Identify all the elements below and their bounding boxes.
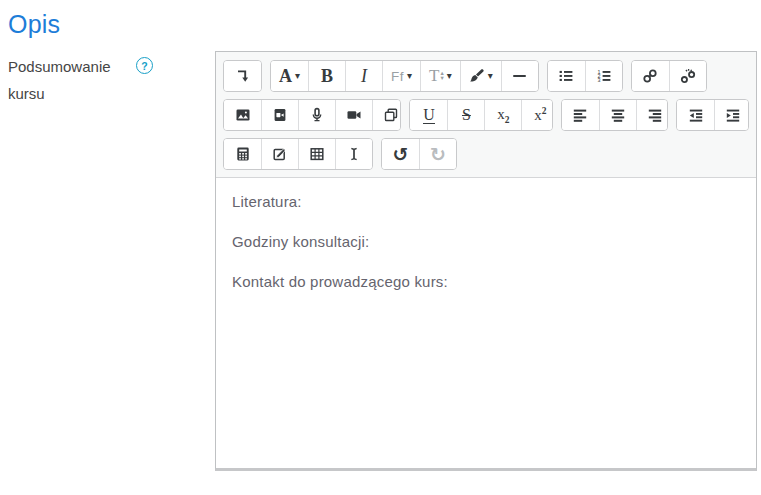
editor-toolbar: A ▾ B I Ff ▾ T xyxy=(216,52,756,177)
insert-media-button[interactable] xyxy=(261,100,298,130)
insert-group xyxy=(223,138,373,170)
font-size-letter: T xyxy=(429,66,439,86)
chevron-down-icon: ▾ xyxy=(447,71,452,81)
bullet-list-icon xyxy=(558,68,574,84)
unordered-list-button[interactable] xyxy=(548,61,585,91)
paintbrush-icon xyxy=(469,68,485,84)
video-camera-icon xyxy=(346,107,362,123)
unlink-icon xyxy=(680,68,696,84)
help-icon[interactable]: ? xyxy=(136,57,153,74)
history-group: ↺ ↻ xyxy=(381,138,457,170)
text-cursor-icon xyxy=(346,146,362,162)
page-title: Opis xyxy=(8,10,761,39)
record-video-button[interactable] xyxy=(335,100,372,130)
indent-icon xyxy=(725,107,741,123)
collapse-toolbar-button[interactable] xyxy=(224,61,261,91)
align-center-button[interactable] xyxy=(599,100,636,130)
horizontal-rule-icon xyxy=(513,75,526,78)
align-right-icon xyxy=(647,107,663,123)
link-icon xyxy=(642,68,658,84)
strikethrough-letter: S xyxy=(462,106,471,124)
undo-icon: ↺ xyxy=(393,145,409,164)
toolbar-row-2: U S x2 x2 xyxy=(223,99,749,131)
italic-button[interactable]: I xyxy=(345,61,382,91)
text-style-group: U S x2 x2 xyxy=(409,99,552,131)
redo-button[interactable]: ↻ xyxy=(419,139,456,169)
svg-text:3: 3 xyxy=(597,77,600,83)
equation-button[interactable] xyxy=(224,139,261,169)
record-audio-button[interactable] xyxy=(298,100,335,130)
toolbar-row-1: A ▾ B I Ff ▾ T xyxy=(223,60,749,92)
numbered-list-icon: 1 2 3 xyxy=(596,68,612,84)
outdent-button[interactable] xyxy=(677,100,714,130)
bold-button[interactable]: B xyxy=(308,61,345,91)
font-family-button[interactable]: Ff ▾ xyxy=(382,61,420,91)
size-up-down-icon: ▴ ▾ xyxy=(440,71,443,81)
undo-button[interactable]: ↺ xyxy=(382,139,419,169)
redo-icon: ↻ xyxy=(430,145,446,164)
pencil-square-icon xyxy=(272,146,288,162)
ordered-list-button[interactable]: 1 2 3 xyxy=(585,61,622,91)
horizontal-rule-button[interactable] xyxy=(501,61,538,91)
align-left-icon xyxy=(572,107,588,123)
manage-files-button[interactable] xyxy=(372,100,401,130)
atto-editor: A ▾ B I Ff ▾ T xyxy=(215,51,757,471)
align-group xyxy=(561,99,669,131)
link-button[interactable] xyxy=(632,61,669,91)
microphone-icon xyxy=(309,107,325,123)
styles-letter: A xyxy=(279,66,292,87)
italic-letter: I xyxy=(361,66,367,87)
chevron-down-icon: ▾ xyxy=(407,71,412,81)
field-label-column: Podsumowanie kursu ? xyxy=(8,51,215,107)
course-summary-form-row: Podsumowanie kursu ? xyxy=(8,51,761,471)
media-file-icon xyxy=(272,107,288,123)
unlink-button[interactable] xyxy=(669,61,706,91)
table-button[interactable] xyxy=(298,139,335,169)
calculator-equation-icon xyxy=(235,146,251,162)
link-group xyxy=(631,60,707,92)
bold-letter: B xyxy=(321,66,333,87)
list-group: 1 2 3 xyxy=(547,60,623,92)
text-cursor-button[interactable] xyxy=(335,139,372,169)
align-center-icon xyxy=(610,107,626,123)
underline-button[interactable]: U xyxy=(410,100,447,130)
table-icon xyxy=(309,146,325,162)
image-icon xyxy=(235,107,251,123)
course-summary-label: Podsumowanie kursu xyxy=(8,53,120,107)
chevron-down-icon: ▾ xyxy=(295,71,300,81)
editor-content-area[interactable]: Literatura: Godziny konsultacji: Kontakt… xyxy=(216,177,756,468)
chevron-down-icon: ▾ xyxy=(488,71,493,81)
text-color-button[interactable]: ▾ xyxy=(460,61,501,91)
outdent-icon xyxy=(688,107,704,123)
collapse-group xyxy=(223,60,262,92)
indent-group xyxy=(676,99,749,131)
align-left-button[interactable] xyxy=(562,100,599,130)
subscript-button[interactable]: x2 xyxy=(484,100,521,130)
insert-image-button[interactable] xyxy=(224,100,261,130)
strikethrough-button[interactable]: S xyxy=(447,100,484,130)
superscript-glyph: x2 xyxy=(534,106,546,124)
subscript-glyph: x2 xyxy=(497,106,509,125)
indent-button[interactable] xyxy=(714,100,749,130)
edit-button[interactable] xyxy=(261,139,298,169)
font-size-button[interactable]: T ▴ ▾ ▾ xyxy=(420,61,460,91)
editor-paragraph: Kontakt do prowadzącego kurs: xyxy=(232,271,740,293)
collapse-toolbar-icon xyxy=(235,68,251,84)
toolbar-row-3: ↺ ↻ xyxy=(223,138,749,170)
media-group xyxy=(223,99,401,131)
format-group: A ▾ B I Ff ▾ T xyxy=(270,60,539,92)
underline-letter: U xyxy=(423,106,435,125)
editor-paragraph: Literatura: xyxy=(232,191,740,213)
superscript-button[interactable]: x2 xyxy=(521,100,552,130)
editor-paragraph: Godziny konsultacji: xyxy=(232,231,740,253)
align-right-button[interactable] xyxy=(636,100,669,130)
copy-files-icon xyxy=(383,107,399,123)
paragraph-styles-button[interactable]: A ▾ xyxy=(271,61,308,91)
font-family-label: Ff xyxy=(391,69,404,84)
